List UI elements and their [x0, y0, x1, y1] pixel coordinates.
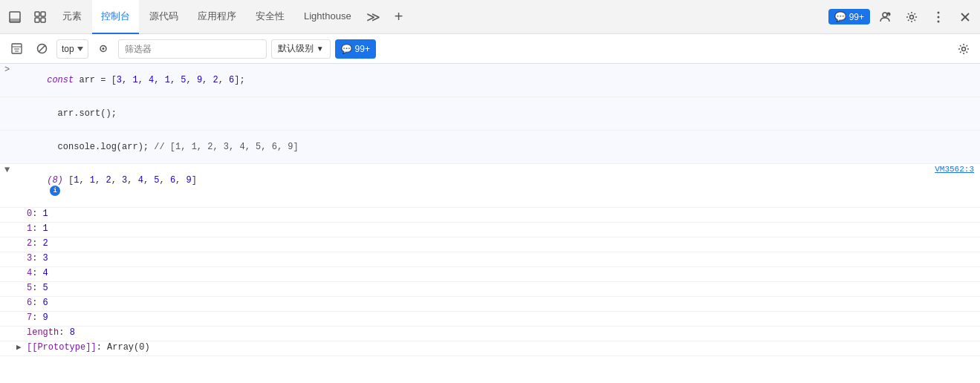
console-input-line-3: console.log(arr); // [1, 1, 2, 3, 4, 5, … [0, 131, 980, 164]
array-item-2: 2: 2 [0, 238, 980, 252]
console-output: > const arr = [3, 1, 4, 1, 5, 9, 2, 6]; … [0, 64, 980, 383]
block-icon-button[interactable] [31, 39, 52, 59]
svg-rect-3 [41, 12, 45, 16]
svg-rect-2 [35, 12, 39, 16]
expand-arrow[interactable]: ▼ [4, 165, 10, 175]
console-input-text-1: const arr = [3, 1, 4, 1, 5, 9, 2, 6]; [15, 65, 974, 96]
prototype-expand[interactable]: ▶ [16, 342, 22, 352]
svg-rect-1 [10, 19, 20, 22]
add-tab-button[interactable]: + [387, 5, 411, 29]
log-level-selector[interactable]: 默认级别 ▼ [271, 39, 331, 59]
more-tabs-button[interactable]: ≫ [362, 5, 386, 29]
tab-bar: 元素 控制台 源代码 应用程序 安全性 Lighthouse ≫ + 💬 99+ [0, 0, 980, 34]
svg-rect-5 [41, 18, 45, 22]
chat-icon-toolbar: 💬 [341, 44, 352, 54]
array-item-1: 1: 1 [0, 223, 980, 238]
svg-point-6 [883, 13, 887, 17]
console-settings-button[interactable] [953, 39, 974, 59]
context-selector[interactable]: top [56, 39, 88, 59]
info-icon[interactable]: i [50, 186, 60, 196]
level-arrow-icon: ▼ [317, 45, 324, 53]
svg-point-9 [910, 15, 914, 19]
svg-point-12 [938, 20, 940, 22]
prompt-arrow-1: > [4, 65, 10, 75]
source-link[interactable]: VM3562:3 [923, 165, 974, 174]
array-prototype: ▶ [[Prototype]]: Array(0) [0, 341, 980, 356]
filter-input[interactable] [118, 39, 267, 59]
inspect-button[interactable] [28, 5, 52, 29]
array-item-6: 6: 6 [0, 297, 980, 312]
array-item-5: 5: 5 [0, 282, 980, 297]
console-output-array-header: ▼ (8) [1, 1, 2, 3, 4, 5, 6, 9] i VM3562:… [0, 164, 980, 208]
tab-bar-right: 💬 99+ + [828, 5, 977, 29]
svg-point-10 [938, 11, 940, 13]
array-item-0: 0: 1 [0, 208, 980, 223]
svg-line-20 [39, 45, 45, 52]
svg-point-23 [962, 47, 966, 50]
array-item-3: 3: 3 [0, 252, 980, 267]
console-toolbar: top 默认级别 ▼ 💬 99+ [0, 34, 980, 64]
tab-sources[interactable]: 源代码 [140, 0, 187, 34]
svg-point-11 [938, 16, 940, 18]
eye-filter-button[interactable] [93, 39, 114, 59]
close-devtools-button[interactable] [953, 5, 977, 29]
console-output-text: (8) [1, 1, 2, 3, 4, 5, 6, 9] i [15, 165, 923, 206]
message-count-badge-header[interactable]: 💬 99+ [828, 9, 870, 24]
console-input-text-3: console.log(arr); // [1, 1, 2, 3, 4, 5, … [15, 131, 974, 163]
svg-point-22 [102, 48, 104, 50]
tab-security[interactable]: 安全性 [247, 0, 293, 34]
tab-bar-left: 元素 控制台 源代码 应用程序 安全性 Lighthouse ≫ + [3, 0, 828, 34]
tab-application[interactable]: 应用程序 [189, 0, 245, 34]
message-count-badge-toolbar[interactable]: 💬 99+ [335, 39, 376, 59]
console-input-line-2: arr.sort(); [0, 97, 980, 131]
user-settings-button[interactable]: + [873, 5, 897, 29]
tab-lighthouse[interactable]: Lighthouse [295, 0, 360, 34]
tab-console[interactable]: 控制台 [92, 0, 139, 34]
settings-button[interactable] [900, 5, 924, 29]
array-item-4: 4: 4 [0, 267, 980, 282]
console-input-line-1: > const arr = [3, 1, 4, 1, 5, 9, 2, 6]; [0, 64, 980, 97]
console-input-text-2: arr.sort(); [15, 98, 974, 129]
tab-elements[interactable]: 元素 [53, 0, 91, 34]
array-length: length: 8 [0, 327, 980, 341]
more-options-button[interactable] [927, 5, 950, 29]
clear-console-button[interactable] [6, 39, 27, 59]
svg-rect-4 [35, 18, 39, 22]
dock-button[interactable] [3, 5, 27, 29]
chat-icon: 💬 [834, 11, 846, 22]
array-item-7: 7: 9 [0, 312, 980, 327]
